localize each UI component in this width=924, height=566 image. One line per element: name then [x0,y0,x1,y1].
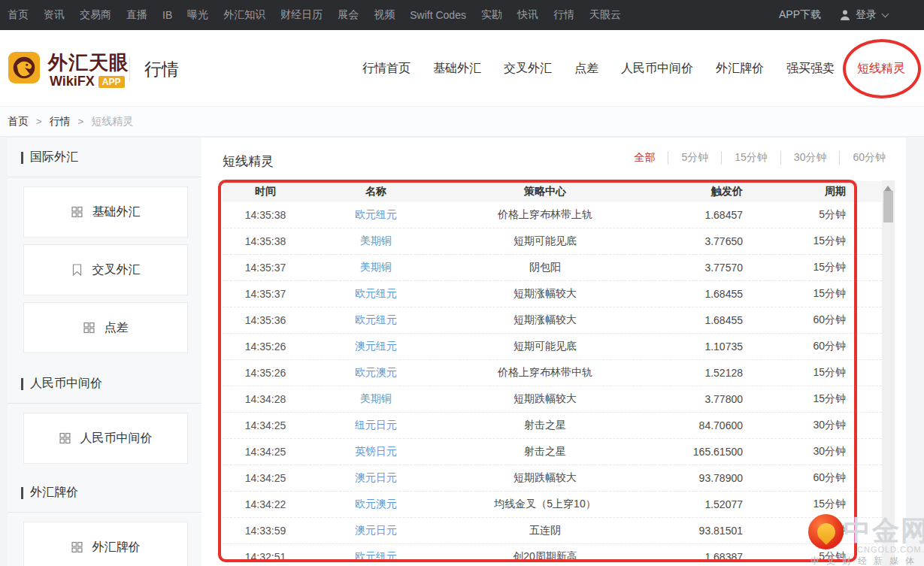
wikifx-logo[interactable] [8,52,40,83]
main-panel: 短线精灵 全部 5分钟 15分钟 30分钟 60分钟 时间 名称 策略中心 触发… [201,138,906,566]
instrument-link[interactable]: 欧元澳元 [355,498,397,510]
table-row: 14:33:59 澳元日元 五连阴 93.81501 60分钟 [223,518,882,544]
sidebar-card[interactable]: 基础外汇 [23,186,188,238]
sidebar-card-label: 人民币中间价 [80,431,153,446]
subnav-item[interactable]: 点差 [574,61,598,77]
cell-name: 欧元纽元 [308,208,444,222]
filter-tab[interactable]: 全部 [621,151,668,165]
table-row: 14:34:25 英镑日元 射击之星 165.61500 30分钟 [223,439,882,465]
subnav-item[interactable]: 基础外汇 [433,61,481,77]
instrument-link[interactable]: 美期铜 [360,392,392,404]
top-nav-item[interactable]: 天眼云 [582,8,629,22]
cell-name: 澳元日元 [308,471,444,485]
top-nav-item[interactable]: 展会 [330,8,366,22]
cell-time: 14:35:38 [223,209,308,221]
subnav-item[interactable]: 行情首页 [362,61,410,77]
cell-time: 14:33:59 [223,525,308,537]
table-scrollbar[interactable] [882,180,895,566]
sidebar-card[interactable]: 点差 [23,302,188,353]
top-nav-item[interactable]: 直播 [119,8,155,22]
cell-strategy: 五连阴 [444,524,647,537]
top-nav-item[interactable]: IB [155,9,180,21]
col-header-name: 名称 [308,185,444,198]
top-nav-item[interactable]: 视频 [366,8,402,22]
filter-tab[interactable]: 5分钟 [668,151,721,165]
instrument-link[interactable]: 欧元纽元 [355,208,397,220]
page-section-title: 行情 [144,58,179,81]
top-nav-item[interactable]: 实勘 [474,8,510,22]
bookmark-icon [71,264,83,276]
instrument-link[interactable]: 美期铜 [360,261,392,273]
cell-price: 1.68387 [647,551,748,563]
grid-icon [59,432,71,444]
cell-name: 美期铜 [308,235,444,248]
cell-strategy: 射击之星 [444,419,647,432]
table-row: 14:35:38 欧元纽元 价格上穿布林带上轨 1.68457 5分钟 [223,202,882,229]
instrument-link[interactable]: 欧元纽元 [355,313,397,325]
breadcrumb-separator: > [78,116,84,127]
scrollbar-thumb[interactable] [883,191,893,222]
cell-name: 欧元澳元 [308,366,444,380]
sidebar-card[interactable]: 交叉外汇 [23,244,188,295]
cell-period: 15分钟 [748,366,852,380]
instrument-link[interactable]: 欧元澳元 [355,366,397,378]
sidebar-card-label: 基础外汇 [92,204,141,220]
logo-text-en-row: WikiFX APP [50,74,125,89]
cell-strategy: 价格上穿布林带中轨 [444,366,647,380]
top-nav-item[interactable]: 资讯 [36,8,72,22]
logo-text-en: WikiFX [50,74,95,89]
top-nav-item[interactable]: 外汇知识 [216,8,273,22]
cell-period: 15分钟 [748,392,852,406]
cell-price: 1.68457 [647,209,748,221]
filter-tab[interactable]: 15分钟 [721,151,780,165]
top-nav-item[interactable]: Swift Codes [402,9,474,21]
cell-time: 14:35:37 [223,262,308,274]
subnav-item[interactable]: 强买强卖 [786,61,835,77]
cell-price: 1.52128 [647,367,748,379]
section-title: 人民币中间价 [30,376,102,392]
cell-price: 3.77800 [647,393,748,405]
subnav-item[interactable]: 交叉外汇 [504,61,552,77]
instrument-link[interactable]: 澳元纽元 [355,340,397,352]
instrument-link[interactable]: 美期铜 [360,235,392,247]
subnav-item[interactable]: 人民币中间价 [621,61,693,77]
cell-price: 1.68455 [647,314,748,326]
cell-name: 欧元纽元 [308,287,444,301]
top-nav-item[interactable]: 曝光 [180,8,216,22]
cell-name: 欧元纽元 [308,313,444,327]
logo-text-cn: 外汇天眼 [48,50,129,76]
app-download-link[interactable]: APP下载 [779,8,821,22]
cell-strategy: 短期可能见底 [444,340,647,353]
grid-icon [83,322,95,334]
section-title-bar [21,152,23,164]
filter-tab[interactable]: 60分钟 [839,151,886,165]
cell-strategy: 阴包阳 [444,261,647,274]
top-nav-item[interactable]: 快讯 [510,8,546,22]
sidebar-card[interactable]: 外汇牌价 [23,522,188,566]
instrument-link[interactable]: 澳元日元 [355,471,397,483]
login-button[interactable]: 登录 [839,8,888,22]
breadcrumb-home[interactable]: 首页 [8,115,29,129]
subnav-item[interactable]: 外汇牌价 [716,61,764,77]
sidebar-card[interactable]: 人民币中间价 [23,413,188,464]
top-nav-item[interactable]: 行情 [546,8,582,22]
instrument-link[interactable]: 澳元日元 [355,524,397,536]
instrument-link[interactable]: 欧元纽元 [355,550,397,562]
instrument-link[interactable]: 纽元日元 [355,419,397,431]
instrument-link[interactable]: 欧元纽元 [355,287,397,299]
scrollbar-up-arrow[interactable] [884,186,892,191]
cell-name: 美期铜 [308,392,444,406]
subnav-item[interactable]: 短线精灵 [857,61,905,77]
sidebar-section-international: 国际外汇 [21,150,201,165]
top-nav-item[interactable]: 首页 [0,8,36,22]
breadcrumb-section[interactable]: 行情 [50,115,71,129]
table-row: 14:35:26 欧元澳元 价格上穿布林带中轨 1.52128 15分钟 [223,360,882,386]
top-nav-item[interactable]: 财经日历 [273,8,330,22]
cell-period: 60分钟 [748,471,852,485]
top-nav-right: APP下载 登录 [779,8,924,22]
sidebar-section-rmb: 人民币中间价 [21,376,201,392]
cell-period: 15分钟 [748,261,852,274]
instrument-link[interactable]: 英镑日元 [355,445,397,457]
filter-tab[interactable]: 30分钟 [780,151,840,165]
top-nav-item[interactable]: 交易商 [72,8,119,22]
